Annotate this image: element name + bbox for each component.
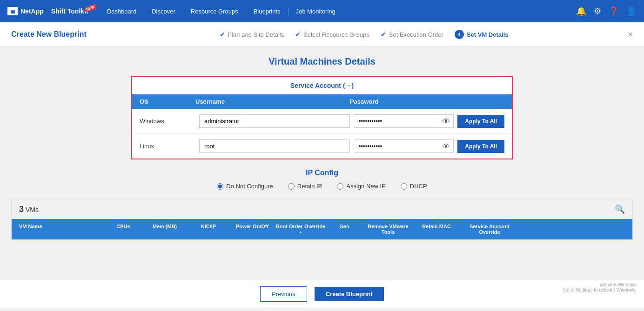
nav-job-monitoring[interactable]: Job Monitoring — [288, 8, 343, 15]
step2-label: Select Resource Groups — [303, 31, 369, 38]
windows-activate-notice: Activate Windows Go to Settings to activ… — [563, 282, 637, 292]
search-icon[interactable]: 🔍 — [615, 204, 625, 214]
step2-check-icon: ✔ — [295, 31, 301, 38]
apply-all-button-windows[interactable]: Apply To All — [457, 115, 504, 128]
wizard-step-2: ✔ Select Resource Groups — [295, 31, 369, 38]
ip-option-do-not-configure[interactable]: Do Not Configure — [217, 183, 273, 190]
ip-config-section: IP Config Do Not Configure Retain IP Ass… — [11, 169, 633, 190]
col-retain-mac: Retain MAC — [416, 224, 457, 235]
ip-label-retain-ip: Retain IP — [297, 183, 322, 190]
nav-icons: 🔔 ⚙ ❓ 👤 — [576, 6, 637, 16]
sa-username-windows[interactable] — [199, 114, 350, 128]
col-remove-vmware: Remove VMware Tools — [362, 224, 414, 235]
wizard-step-1: ✔ Plan and Site Details — [220, 31, 284, 38]
nav-resource-groups[interactable]: Resource Groups — [183, 8, 246, 15]
sa-password-wrap-linux: 👁 Apply To All — [354, 139, 504, 153]
sa-row-linux: Linux 👁 Apply To All — [132, 134, 512, 159]
ip-option-assign-new-ip[interactable]: Assign New IP — [337, 183, 386, 190]
col-nic-ip: NIC/IP — [188, 224, 229, 235]
nav-blueprints[interactable]: Blueprints — [246, 8, 288, 15]
apply-all-button-linux[interactable]: Apply To All — [457, 140, 504, 153]
sa-os-windows: Windows — [140, 118, 195, 125]
col-username: Username — [195, 98, 350, 105]
sa-username-linux[interactable] — [199, 139, 350, 153]
eye-icon-windows[interactable]: 👁 — [443, 117, 450, 126]
ip-option-dhcp[interactable]: DHCP — [401, 183, 427, 190]
step3-check-icon: ✔ — [381, 31, 386, 38]
shift-toolkit-label: Shift Toolkit NEW — [51, 7, 88, 15]
netapp-logo-icon: ▣ — [7, 7, 18, 15]
sa-password-field-windows: 👁 — [354, 114, 454, 128]
gear-icon[interactable]: ⚙ — [594, 6, 601, 16]
netapp-logo-text: NetApp — [20, 7, 44, 15]
ip-radio-assign-new-ip[interactable] — [337, 183, 343, 190]
wizard-title: Create New Blueprint — [11, 30, 95, 39]
step1-check-icon: ✔ — [220, 31, 225, 38]
sa-row-windows: Windows 👁 Apply To All — [132, 109, 512, 134]
nav-links: Dashboard Discover Resource Groups Bluep… — [100, 8, 576, 15]
service-account-header: Service Account (→) — [132, 77, 512, 94]
vm-count: 3 VMs — [19, 205, 39, 214]
ip-config-title: IP Config — [11, 169, 633, 177]
bell-icon[interactable]: 🔔 — [576, 6, 586, 16]
help-icon[interactable]: ❓ — [609, 6, 619, 16]
top-nav: ▣ NetApp Shift Toolkit NEW Dashboard Dis… — [0, 0, 644, 22]
vm-count-bar: 3 VMs 🔍 — [12, 199, 632, 219]
previous-button[interactable]: Previous — [260, 286, 307, 302]
wizard-step-4: 4 Set VM Details — [455, 30, 509, 39]
col-cpus: CPUs — [105, 224, 142, 235]
ip-config-options: Do Not Configure Retain IP Assign New IP… — [11, 183, 633, 190]
sa-password-field-linux: 👁 — [354, 139, 454, 153]
close-button[interactable]: × — [628, 30, 633, 40]
col-os: OS — [140, 98, 195, 105]
vm-table-header: VM Name CPUs Mem (MB) NIC/IP Power On/Of… — [12, 219, 632, 239]
col-gen: Gen — [328, 224, 361, 235]
new-badge: NEW — [84, 4, 97, 13]
create-blueprint-button[interactable]: Create Blueprint — [315, 287, 384, 301]
ip-label-do-not-configure: Do Not Configure — [226, 183, 273, 190]
nav-dashboard[interactable]: Dashboard — [100, 8, 145, 15]
vm-section: 3 VMs 🔍 VM Name CPUs Mem (MB) NIC/IP Pow… — [11, 199, 633, 240]
step4-number: 4 — [455, 30, 464, 39]
wizard-step-3: ✔ Set Execution Order — [381, 31, 443, 38]
col-vm-name: VM Name — [19, 224, 103, 235]
eye-icon-linux[interactable]: 👁 — [443, 142, 450, 151]
footer: Previous Create Blueprint — [0, 280, 644, 308]
col-password: Password — [350, 98, 504, 105]
ip-radio-retain-ip[interactable] — [288, 183, 295, 190]
sa-password-wrap-windows: 👁 Apply To All — [354, 114, 504, 128]
step4-label: Set VM Details — [467, 31, 509, 38]
col-power: Power On/Off — [231, 224, 273, 235]
step3-label: Set Execution Order — [389, 31, 443, 38]
sa-os-linux: Linux — [140, 143, 195, 150]
page-title: Virtual Machines Details — [11, 56, 633, 67]
col-boot-order: Boot Order Override ▪ — [275, 224, 326, 235]
col-mem: Mem (MB) — [144, 224, 186, 235]
netapp-logo: ▣ NetApp — [7, 7, 44, 15]
ip-label-assign-new-ip: Assign New IP — [346, 183, 386, 190]
service-account-section: Service Account (→) OS Username Password… — [131, 76, 513, 159]
main-content: Virtual Machines Details Service Account… — [0, 47, 644, 280]
ip-label-dhcp: DHCP — [410, 183, 427, 190]
col-service-account: Service Account Override — [459, 224, 520, 235]
sa-password-input-windows[interactable] — [354, 114, 454, 128]
ip-radio-dhcp[interactable] — [401, 183, 407, 190]
sa-password-input-linux[interactable] — [354, 139, 454, 153]
nav-discover[interactable]: Discover — [144, 8, 183, 15]
service-account-table-header: OS Username Password — [132, 94, 512, 109]
ip-radio-do-not-configure[interactable] — [217, 183, 223, 190]
wizard-steps: ✔ Plan and Site Details ✔ Select Resourc… — [95, 30, 633, 39]
step1-label: Plan and Site Details — [228, 31, 284, 38]
ip-option-retain-ip[interactable]: Retain IP — [288, 183, 322, 190]
user-icon[interactable]: 👤 — [626, 6, 637, 16]
wizard-header: Create New Blueprint ✔ Plan and Site Det… — [0, 22, 644, 47]
